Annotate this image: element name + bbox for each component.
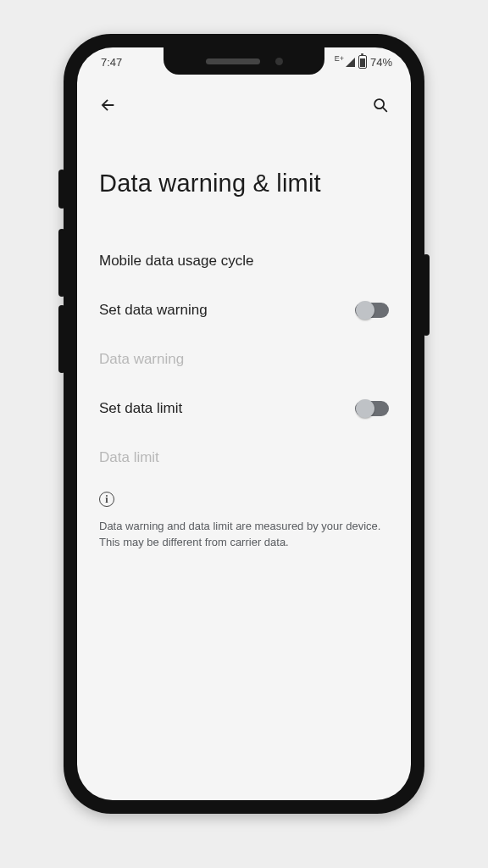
- set-data-warning-label: Set data warning: [99, 302, 208, 319]
- phone-notch: [164, 47, 324, 75]
- page-title: Data warning & limit: [99, 170, 389, 198]
- status-time: 7:47: [101, 56, 122, 69]
- row-data-warning: Data warning: [99, 335, 389, 384]
- battery-icon: [358, 55, 367, 69]
- info-icon: i: [99, 492, 114, 507]
- back-button[interactable]: [96, 93, 119, 117]
- data-limit-label: Data limit: [99, 449, 159, 466]
- toggle-knob: [356, 301, 374, 320]
- row-data-limit: Data limit: [99, 433, 389, 482]
- status-right: E+ 74%: [335, 55, 392, 69]
- data-warning-label: Data warning: [99, 351, 184, 368]
- toggle-set-data-limit[interactable]: [355, 401, 389, 416]
- power-button: [423, 254, 430, 336]
- svg-line-1: [383, 108, 386, 111]
- mute-switch: [58, 170, 65, 209]
- front-camera: [275, 58, 283, 65]
- set-data-limit-label: Set data limit: [99, 400, 182, 417]
- back-arrow-icon: [98, 96, 117, 114]
- usage-cycle-label: Mobile data usage cycle: [99, 253, 253, 270]
- phone-screen: 7:47 E+ 74% Data warning &: [77, 47, 411, 800]
- signal-icon: [346, 58, 355, 67]
- row-set-data-limit[interactable]: Set data limit: [99, 384, 389, 433]
- search-button[interactable]: [369, 93, 392, 117]
- speaker-grill: [206, 58, 260, 64]
- row-set-data-warning[interactable]: Set data warning: [99, 286, 389, 335]
- content-area: Data warning & limit Mobile data usage c…: [77, 129, 411, 551]
- phone-frame: 7:47 E+ 74% Data warning &: [64, 34, 424, 814]
- search-icon: [371, 96, 390, 114]
- info-icon-wrap: i: [99, 491, 114, 507]
- network-type-icon: E+: [335, 54, 344, 63]
- toggle-set-data-warning[interactable]: [355, 303, 389, 318]
- info-text: Data warning and data limit are measured…: [99, 519, 389, 551]
- volume-down-button: [58, 305, 65, 373]
- volume-up-button: [58, 229, 65, 297]
- battery-percent: 74%: [370, 56, 392, 69]
- toggle-knob: [356, 399, 374, 418]
- row-usage-cycle[interactable]: Mobile data usage cycle: [99, 236, 389, 286]
- info-section: i Data warning and data limit are measur…: [99, 491, 389, 551]
